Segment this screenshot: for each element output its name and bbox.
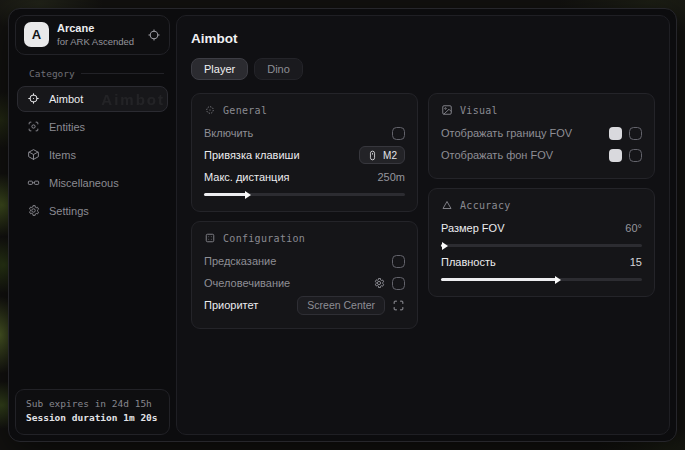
- sidebar-item-label: Aimbot: [49, 93, 83, 105]
- keybind-button[interactable]: M2: [359, 146, 405, 164]
- tab-dino[interactable]: Dino: [254, 58, 303, 80]
- slider-thumb[interactable]: [245, 191, 251, 199]
- prediction-checkbox[interactable]: [392, 255, 405, 268]
- distance-slider[interactable]: [204, 193, 405, 196]
- category-label: Category: [29, 68, 75, 79]
- scan-icon: [27, 120, 40, 133]
- cheat-window: A Arcane for ARK Ascended Category: [8, 8, 677, 442]
- general-card: General Включить Привязка клавиши: [191, 93, 418, 212]
- priority-row: Приоритет Screen Center: [204, 294, 405, 316]
- glasses-icon: [27, 176, 40, 189]
- slider-thumb[interactable]: [442, 242, 448, 250]
- crosshair-dotted-icon: [204, 104, 216, 116]
- fov-bg-row: Отображать фон FOV: [441, 144, 642, 166]
- fov-border-checkbox[interactable]: [629, 127, 642, 140]
- humanize-checkbox[interactable]: [392, 277, 405, 290]
- configuration-card: Configuration Предсказание Очеловечивани…: [191, 221, 418, 329]
- fov-size-row: Размер FOV 60°: [441, 217, 642, 239]
- session-duration: Session duration 1m 20s: [26, 411, 159, 426]
- fov-size-slider[interactable]: [441, 244, 642, 247]
- sidebar-item-settings[interactable]: Settings: [17, 198, 168, 224]
- priority-select[interactable]: Screen Center: [297, 296, 385, 315]
- sidebar-item-label: Entities: [49, 121, 85, 133]
- visual-card: Visual Отображать границу FOV Отображать…: [428, 93, 655, 179]
- section-title: Configuration: [223, 233, 305, 244]
- image-icon: [441, 104, 453, 116]
- humanize-row: Очеловечивание: [204, 272, 405, 294]
- app-subtitle: for ARK Ascended: [57, 36, 139, 48]
- box-icon: [27, 148, 40, 161]
- keybind-row: Привязка клавиши M2: [204, 144, 405, 166]
- sidebar: A Arcane for ARK Ascended Category: [9, 9, 176, 441]
- sidebar-item-miscellaneous[interactable]: Miscellaneous: [17, 170, 168, 196]
- gear-icon[interactable]: [373, 277, 385, 289]
- sidebar-item-entities[interactable]: Entities: [17, 114, 168, 140]
- smoothness-slider[interactable]: [441, 278, 642, 281]
- main-panel: Aimbot Player Dino: [176, 15, 670, 435]
- fov-size-value: 60°: [625, 222, 642, 234]
- prediction-row: Предсказание: [204, 250, 405, 272]
- sidebar-item-label: Items: [49, 149, 76, 161]
- smoothness-row: Плавность 15: [441, 251, 642, 273]
- triangle-icon: [441, 199, 453, 211]
- enable-row: Включить: [204, 122, 405, 144]
- distance-value: 250m: [377, 171, 405, 183]
- section-title: General: [223, 105, 267, 116]
- app-name: Arcane: [57, 22, 139, 36]
- game-background: A Arcane for ARK Ascended Category: [0, 0, 685, 450]
- app-brand: A Arcane for ARK Ascended: [15, 15, 170, 55]
- page-title: Aimbot: [191, 31, 655, 46]
- fov-border-color-swatch[interactable]: [609, 127, 622, 140]
- sidebar-item-aimbot[interactable]: Aimbot Aimbot: [17, 86, 168, 112]
- sidebar-item-label: Miscellaneous: [49, 177, 119, 189]
- aimbot-watermark: Aimbot: [101, 90, 165, 107]
- app-logo: A: [24, 22, 49, 47]
- sidebar-item-items[interactable]: Items: [17, 142, 168, 168]
- subscription-status: Sub expires in 24d 15h Session duration …: [15, 389, 170, 435]
- slider-thumb[interactable]: [555, 276, 561, 284]
- section-title: Visual: [460, 105, 498, 116]
- section-title: Accuracy: [460, 200, 511, 211]
- distance-row: Макс. дистанция 250m: [204, 166, 405, 188]
- expand-icon[interactable]: [392, 299, 405, 312]
- tabs: Player Dino: [191, 58, 655, 80]
- fov-border-row: Отображать границу FOV: [441, 122, 642, 144]
- gear-icon: [27, 204, 40, 217]
- mouse-icon: [367, 150, 378, 161]
- crosshair-icon: [27, 92, 40, 105]
- enable-checkbox[interactable]: [392, 127, 405, 140]
- fov-bg-color-swatch[interactable]: [609, 149, 622, 162]
- grid-icon: [204, 232, 216, 244]
- sidebar-item-label: Settings: [49, 205, 89, 217]
- sub-expiry: Sub expires in 24d 15h: [26, 397, 159, 412]
- crosshair-icon[interactable]: [147, 28, 161, 42]
- category-separator: Category: [23, 68, 164, 79]
- accuracy-card: Accuracy Размер FOV 60° Плавность: [428, 188, 655, 297]
- fov-bg-checkbox[interactable]: [629, 149, 642, 162]
- sidebar-nav: Aimbot Aimbot Entities: [9, 86, 176, 224]
- tab-player[interactable]: Player: [191, 58, 248, 80]
- smoothness-value: 15: [630, 256, 642, 268]
